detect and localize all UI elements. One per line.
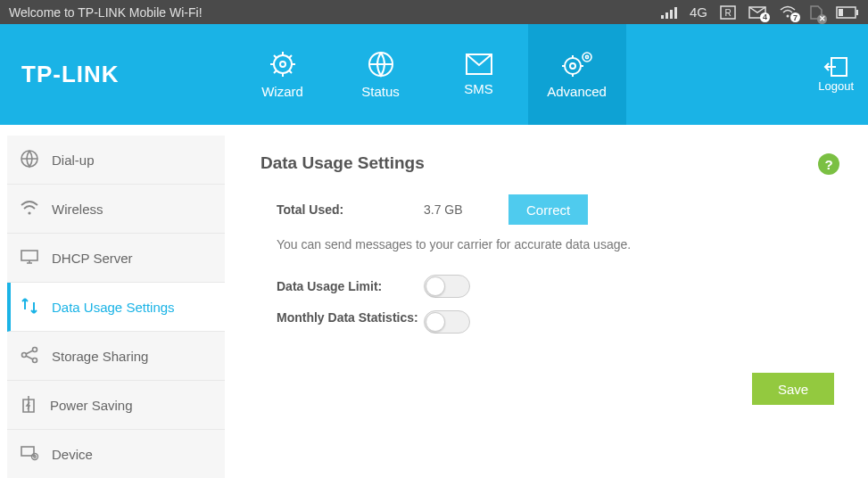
nav-wizard[interactable]: Wizard xyxy=(234,24,332,125)
server-icon xyxy=(20,249,39,268)
save-button[interactable]: Save xyxy=(752,373,834,405)
monthly-label: Monthly Data Statistics: xyxy=(277,310,424,326)
svg-point-12 xyxy=(280,62,285,67)
svg-point-18 xyxy=(585,55,588,58)
total-used-value: 3.7 GB xyxy=(424,202,508,217)
sidebar-item-dialup[interactable]: Dial-up xyxy=(7,136,225,185)
hint-text: You can send messages to your carrier fo… xyxy=(277,237,834,251)
globe-icon xyxy=(20,149,39,171)
nav-sms[interactable]: SMS xyxy=(430,24,528,125)
logout-button[interactable]: Logout xyxy=(818,56,868,93)
power-icon xyxy=(20,394,37,416)
wifi-icon xyxy=(20,200,39,218)
signal-icon xyxy=(661,6,677,19)
status-bar: Welcome to TP-LINK Mobile Wi-Fi! 4G R 4 … xyxy=(0,0,868,24)
welcome-text: Welcome to TP-LINK Mobile Wi-Fi! xyxy=(9,5,661,20)
svg-point-21 xyxy=(28,211,30,214)
wifi-count-badge: 7 xyxy=(790,12,800,22)
sidebar-item-label: Dial-up xyxy=(52,152,95,168)
limit-label: Data Usage Limit: xyxy=(277,279,424,293)
nav-sms-label: SMS xyxy=(464,81,493,96)
svg-point-17 xyxy=(583,53,591,62)
status-right: 4G R 4 7 ✕ xyxy=(661,4,859,21)
nav-advanced-label: Advanced xyxy=(547,84,607,99)
svg-text:R: R xyxy=(724,8,731,18)
svg-rect-0 xyxy=(661,15,664,19)
sidebar-item-label: Storage Sharing xyxy=(52,349,148,364)
sidebar: Dial-up Wireless DHCP Server Data Usage … xyxy=(7,136,225,478)
sms-status-icon[interactable]: 4 xyxy=(748,6,766,19)
svg-point-16 xyxy=(570,63,575,69)
sidebar-item-device[interactable]: Device xyxy=(7,430,225,478)
help-button[interactable]: ? xyxy=(818,153,839,175)
sidebar-item-power[interactable]: Power Saving xyxy=(7,381,225,430)
sidebar-item-data-usage[interactable]: Data Usage Settings xyxy=(7,283,225,332)
brand-logo: TP-LINK xyxy=(0,61,145,88)
monthly-toggle[interactable] xyxy=(424,310,470,334)
sidebar-item-dhcp[interactable]: DHCP Server xyxy=(7,234,225,283)
nav-items: Wizard Status SMS Advanced xyxy=(234,24,626,125)
device-icon xyxy=(20,444,39,465)
sidebar-item-storage[interactable]: Storage Sharing xyxy=(7,332,225,381)
content: Data Usage Settings ? Total Used: 3.7 GB… xyxy=(234,136,861,478)
roaming-icon: R xyxy=(720,5,736,20)
svg-point-7 xyxy=(787,15,789,18)
total-used-label: Total Used: xyxy=(277,202,424,217)
svg-rect-22 xyxy=(21,251,37,260)
svg-rect-2 xyxy=(670,10,673,19)
correct-button[interactable]: Correct xyxy=(508,194,588,225)
svg-rect-1 xyxy=(665,12,668,19)
svg-point-27 xyxy=(32,453,38,459)
svg-rect-10 xyxy=(839,9,843,16)
share-icon xyxy=(20,346,39,367)
sidebar-item-label: DHCP Server xyxy=(52,251,133,266)
limit-row: Data Usage Limit: xyxy=(277,275,834,298)
sidebar-item-label: Wireless xyxy=(52,202,103,217)
svg-point-28 xyxy=(34,455,36,457)
battery-icon xyxy=(836,6,859,19)
nav-status[interactable]: Status xyxy=(332,24,430,125)
sd-icon: ✕ xyxy=(809,4,823,21)
nav-bar: TP-LINK Wizard Status SMS Advanced Logou… xyxy=(0,24,868,125)
limit-toggle[interactable] xyxy=(424,275,470,298)
svg-rect-9 xyxy=(856,10,858,15)
nav-advanced[interactable]: Advanced xyxy=(528,24,626,125)
main: Dial-up Wireless DHCP Server Data Usage … xyxy=(0,125,868,478)
monthly-row: Monthly Data Statistics: xyxy=(277,310,834,334)
nav-status-label: Status xyxy=(361,84,400,99)
logout-label: Logout xyxy=(818,79,854,93)
svg-point-15 xyxy=(565,58,581,74)
total-used-row: Total Used: 3.7 GB Correct xyxy=(277,194,834,225)
sidebar-item-wireless[interactable]: Wireless xyxy=(7,185,225,234)
page-title: Data Usage Settings xyxy=(260,153,834,173)
sidebar-item-label: Device xyxy=(52,447,93,462)
wifi-status-icon[interactable]: 7 xyxy=(779,5,797,19)
sidebar-item-label: Data Usage Settings xyxy=(52,300,175,315)
data-usage-icon xyxy=(20,297,39,317)
sidebar-item-label: Power Saving xyxy=(50,398,133,413)
svg-rect-3 xyxy=(674,7,677,19)
network-type: 4G xyxy=(690,4,707,20)
nav-wizard-label: Wizard xyxy=(261,84,303,99)
sms-count-badge: 4 xyxy=(760,12,770,22)
